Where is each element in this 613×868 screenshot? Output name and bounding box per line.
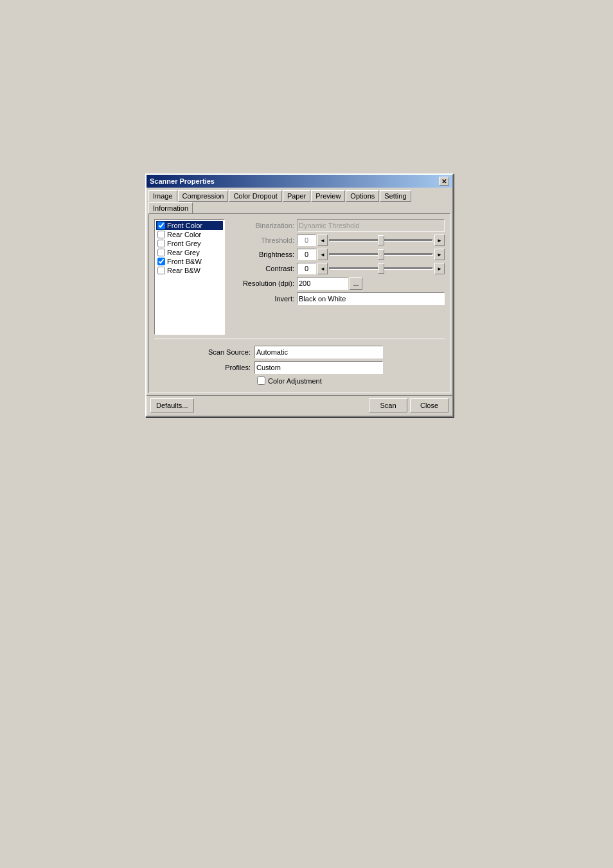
label-rear-color: Rear Color	[167, 231, 201, 238]
invert-label: Invert:	[230, 295, 294, 303]
resolution-control: 200 ...	[297, 277, 445, 290]
tab-image[interactable]: Image	[148, 190, 177, 202]
binarization-label: Binarization:	[230, 222, 294, 229]
contrast-control: 0 ◄ ►	[297, 263, 445, 274]
checkbox-rear-grey[interactable]	[157, 249, 165, 256]
tab-color-dropout[interactable]: Color Dropout	[229, 190, 281, 202]
dialog-titlebar: Scanner Properties ✕	[147, 175, 452, 188]
checkbox-front-grey[interactable]	[157, 240, 165, 247]
threshold-left-arrow[interactable]: ◄	[317, 235, 328, 246]
scan-button[interactable]: Scan	[369, 398, 407, 412]
tab-paper[interactable]: Paper	[283, 190, 310, 202]
invert-select[interactable]: Black on White	[297, 292, 445, 305]
list-item-rear-bw[interactable]: Rear B&W	[156, 266, 223, 275]
brightness-slider-container: 0 ◄ ►	[297, 249, 445, 260]
scan-source-select[interactable]: Automatic	[254, 346, 383, 359]
dialog-content: Front Color Rear Color Front Grey Rear G…	[148, 213, 450, 393]
tab-compression[interactable]: Compression	[178, 190, 229, 202]
threshold-slider-track[interactable]	[329, 239, 433, 242]
contrast-label: Contrast:	[230, 265, 294, 272]
resolution-row: Resolution (dpi): 200 ...	[230, 277, 445, 290]
profiles-label: Profiles:	[154, 364, 251, 371]
label-front-grey: Front Grey	[167, 240, 201, 247]
threshold-right-arrow[interactable]: ►	[434, 235, 445, 246]
checkbox-front-color[interactable]	[157, 222, 165, 229]
invert-control: Black on White	[297, 292, 445, 305]
scan-source-label: Scan Source:	[154, 348, 251, 356]
brightness-value-box: 0	[297, 249, 316, 260]
list-item-front-grey[interactable]: Front Grey	[156, 239, 223, 248]
resolution-label: Resolution (dpi):	[230, 279, 294, 287]
threshold-row: Threshold: 0 ◄ ►	[230, 235, 445, 246]
tab-options[interactable]: Options	[346, 190, 379, 202]
binarization-row: Binarization: Dynamic Threshold	[230, 219, 445, 232]
color-adjustment-label: Color Adjustment	[268, 377, 322, 385]
divider	[154, 339, 445, 339]
brightness-slider-track[interactable]	[329, 253, 433, 256]
color-adjustment-row: Color Adjustment	[257, 376, 445, 385]
contrast-row: Contrast: 0 ◄ ►	[230, 263, 445, 274]
threshold-slider-thumb	[378, 235, 384, 245]
label-front-bw: Front B&W	[167, 258, 202, 265]
scan-source-row: Scan Source: Automatic	[154, 346, 445, 359]
label-rear-grey: Rear Grey	[167, 249, 200, 256]
checkbox-front-bw[interactable]	[157, 258, 165, 265]
resolution-select[interactable]: 200	[297, 277, 348, 290]
scanner-properties-dialog: Scanner Properties ✕ Image Compression C…	[145, 173, 454, 417]
brightness-label: Brightness:	[230, 251, 294, 258]
footer-right-buttons: Scan Close	[369, 398, 449, 412]
list-item-rear-color[interactable]: Rear Color	[156, 230, 223, 239]
content-main: Front Color Rear Color Front Grey Rear G…	[154, 219, 445, 335]
close-dialog-button[interactable]: Close	[410, 398, 449, 412]
list-item-front-color[interactable]: Front Color	[156, 221, 223, 230]
dialog-footer: Defaults... Scan Close	[147, 395, 452, 416]
dialog-title: Scanner Properties	[150, 177, 439, 185]
contrast-slider-thumb	[378, 263, 384, 274]
list-item-front-bw[interactable]: Front B&W	[156, 257, 223, 266]
image-type-list: Front Color Rear Color Front Grey Rear G…	[154, 219, 225, 335]
threshold-control: 0 ◄ ►	[297, 235, 445, 246]
tab-bar: Image Compression Color Dropout Paper Pr…	[147, 188, 452, 213]
defaults-button[interactable]: Defaults...	[150, 398, 194, 412]
close-button[interactable]: ✕	[439, 177, 449, 186]
threshold-slider-container: 0 ◄ ►	[297, 235, 445, 246]
invert-row: Invert: Black on White	[230, 292, 445, 305]
tab-setting[interactable]: Setting	[380, 190, 411, 202]
contrast-slider-container: 0 ◄ ►	[297, 263, 445, 274]
tab-information[interactable]: Information	[148, 202, 193, 214]
contrast-value-box: 0	[297, 263, 316, 274]
brightness-row: Brightness: 0 ◄ ►	[230, 249, 445, 260]
list-item-rear-grey[interactable]: Rear Grey	[156, 248, 223, 257]
tab-preview[interactable]: Preview	[311, 190, 345, 202]
profiles-row: Profiles: Custom	[154, 361, 445, 374]
brightness-right-arrow[interactable]: ►	[434, 249, 445, 260]
brightness-left-arrow[interactable]: ◄	[317, 249, 328, 260]
resolution-extra-button[interactable]: ...	[350, 277, 362, 290]
brightness-control: 0 ◄ ►	[297, 249, 445, 260]
binarization-select[interactable]: Dynamic Threshold	[297, 219, 445, 232]
contrast-left-arrow[interactable]: ◄	[317, 263, 328, 274]
contrast-slider-track[interactable]	[329, 267, 433, 270]
checkbox-rear-bw[interactable]	[157, 267, 165, 274]
settings-panel: Binarization: Dynamic Threshold Threshol…	[230, 219, 445, 335]
color-adjustment-checkbox[interactable]	[257, 376, 265, 385]
contrast-right-arrow[interactable]: ►	[434, 263, 445, 274]
brightness-slider-thumb	[378, 249, 384, 260]
label-front-color: Front Color	[167, 222, 202, 229]
threshold-value-box: 0	[297, 235, 316, 246]
bottom-section: Scan Source: Automatic Profiles: Custom …	[154, 343, 445, 387]
threshold-label: Threshold:	[230, 236, 294, 244]
checkbox-rear-color[interactable]	[157, 231, 165, 238]
binarization-control: Dynamic Threshold	[297, 219, 445, 232]
label-rear-bw: Rear B&W	[167, 267, 200, 274]
profiles-select[interactable]: Custom	[254, 361, 383, 374]
page-background: Scanner Properties ✕ Image Compression C…	[0, 0, 613, 868]
